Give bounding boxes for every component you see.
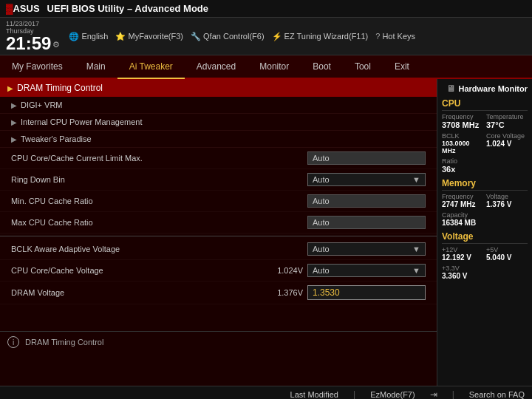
setting-value-dram-voltage[interactable]: 1.3530	[307, 285, 426, 300]
section-dram-timing[interactable]: ▶ DRAM Timing Control	[0, 79, 437, 97]
search-faq-link[interactable]: Search on FAQ	[469, 390, 525, 399]
date-display: 11/23/2017 Thursday	[6, 20, 60, 35]
hw-mem-grid: Frequency 2747 MHz Voltage 1.376 V	[442, 193, 528, 208]
arrow-icon: ▶	[11, 101, 17, 109]
qfan-icon: 🔧	[191, 32, 201, 41]
tab-ai-tweaker[interactable]: Ai Tweaker	[117, 55, 185, 79]
setting-value-max-cpu-cache[interactable]: Auto	[307, 216, 426, 229]
monitor-icon: 🖥	[446, 83, 455, 94]
tab-my-favorites[interactable]: My Favorites	[0, 55, 75, 78]
info-circle-icon[interactable]: i	[7, 336, 19, 348]
hw-ratio: Ratio 36x	[442, 157, 528, 174]
hw-core-voltage-label: Core Voltage 1.024 V	[486, 132, 528, 154]
hw-v5: +5V 5.040 V	[486, 246, 528, 262]
time-display: 21:59	[6, 35, 51, 52]
language-link[interactable]: 🌐 English	[69, 32, 108, 41]
bottom-bar: Last Modified | EzMode(F7) ⇥ | Search on…	[0, 386, 532, 399]
setting-cpu-current-limit: CPU Core/Cache Current Limit Max. Auto	[0, 148, 437, 169]
dropdown-arrow-icon: ▼	[412, 175, 420, 184]
hardware-monitor-panel: 🖥 Hardware Monitor CPU Frequency 3708 MH…	[437, 79, 532, 386]
settings-icon[interactable]: ⚙	[52, 40, 60, 50]
header-bar: ▓ASUS UEFI BIOS Utility – Advanced Mode	[0, 0, 532, 18]
section-tweakers-paradise[interactable]: ▶ Tweaker's Paradise	[0, 131, 437, 148]
hw-memory-section: Memory	[442, 178, 528, 191]
asus-logo: ▓ASUS	[6, 3, 40, 14]
setting-value-ring-down-bin[interactable]: Auto ▼	[307, 173, 426, 186]
arrow-icon: ▶	[7, 84, 13, 92]
hw-monitor-title: 🖥 Hardware Monitor	[442, 83, 528, 94]
ez-mode-arrow-icon: ⇥	[430, 389, 437, 400]
setting-ring-down-bin: Ring Down Bin Auto ▼	[0, 169, 437, 191]
tab-boot[interactable]: Boot	[301, 55, 343, 78]
ez-tuning-icon: ⚡	[272, 32, 282, 41]
setting-cpu-voltage: CPU Core/Cache Voltage 1.024V Auto ▼	[0, 260, 437, 282]
hot-keys-link[interactable]: ? Hot Keys	[375, 32, 415, 41]
setting-value-min-cpu-cache[interactable]: Auto	[307, 194, 426, 208]
left-panel: ▶ DRAM Timing Control ▶ DIGI+ VRM ▶ Inte…	[0, 79, 437, 386]
qfan-link[interactable]: 🔧 Qfan Control(F6)	[191, 32, 265, 41]
section-internal-cpu-power[interactable]: ▶ Internal CPU Power Management	[0, 114, 437, 131]
tab-main[interactable]: Main	[75, 55, 117, 78]
setting-value-cpu-current-limit[interactable]: Auto	[307, 151, 426, 165]
info-links-bar: 🌐 English ⭐ MyFavorite(F3) 🔧 Qfan Contro…	[69, 32, 526, 41]
favorites-icon: ⭐	[115, 32, 126, 41]
hw-mem-capacity: Capacity 16384 MB	[442, 211, 528, 227]
hw-cpu-grid: Frequency 3708 MHz Temperature 37°C	[442, 113, 528, 129]
nav-tabs: My Favorites Main Ai Tweaker Advanced Mo…	[0, 55, 532, 79]
footer-hint-row: i DRAM Timing Control	[0, 331, 437, 352]
hw-cpu-section: CPU	[442, 98, 528, 111]
divider	[0, 236, 437, 236]
arrow-icon: ▶	[11, 135, 17, 143]
hw-v33: +3.3V 3.360 V	[442, 265, 528, 280]
setting-value-cpu-voltage[interactable]: Auto ▼	[307, 264, 426, 277]
hw-voltage-section: Voltage	[442, 231, 528, 244]
section-digi-vrm[interactable]: ▶ DIGI+ VRM	[0, 97, 437, 114]
tab-advanced[interactable]: Advanced	[185, 55, 248, 78]
setting-max-cpu-cache: Max CPU Cache Ratio Auto	[0, 212, 437, 233]
hw-v12: +12V 12.192 V	[442, 246, 483, 262]
hw-mem-voltage: Voltage 1.376 V	[486, 193, 528, 208]
hot-keys-icon: ?	[375, 32, 380, 41]
setting-value-bclk-adaptive[interactable]: Auto ▼	[307, 242, 426, 256]
separator-2: |	[452, 389, 454, 400]
footer-hint-label: DRAM Timing Control	[25, 338, 103, 347]
ez-mode-link[interactable]: EzMode(F7)	[370, 390, 415, 399]
language-icon: 🌐	[69, 32, 79, 41]
setting-bclk-adaptive-voltage: BCLK Aware Adaptive Voltage Auto ▼	[0, 239, 437, 260]
separator-1: |	[353, 389, 355, 400]
setting-dram-voltage: DRAM Voltage 1.376V 1.3530	[0, 282, 437, 304]
tab-exit[interactable]: Exit	[383, 55, 421, 78]
hw-cpu-temp-label: Temperature 37°C	[486, 113, 528, 129]
tab-tool[interactable]: Tool	[343, 55, 383, 78]
hw-cpu-freq-label: Frequency 3708 MHz	[442, 113, 483, 129]
dropdown-arrow-icon: ▼	[412, 266, 420, 275]
datetime-display: 11/23/2017 Thursday 21:59 ⚙	[6, 20, 60, 52]
info-bar: 11/23/2017 Thursday 21:59 ⚙ 🌐 English ⭐ …	[0, 18, 532, 55]
ez-tuning-link[interactable]: ⚡ EZ Tuning Wizard(F11)	[272, 32, 369, 41]
bios-title: UEFI BIOS Utility – Advanced Mode	[47, 3, 208, 14]
hw-mem-freq: Frequency 2747 MHz	[442, 193, 483, 208]
hw-voltage-grid: +12V 12.192 V +5V 5.040 V	[442, 246, 528, 262]
dropdown-arrow-icon: ▼	[412, 245, 420, 253]
hw-cpu-bclk-grid: BCLK 103.0000 MHz Core Voltage 1.024 V	[442, 132, 528, 154]
hw-bclk-label: BCLK 103.0000 MHz	[442, 132, 483, 154]
arrow-icon: ▶	[11, 118, 17, 126]
main-area: ▶ DRAM Timing Control ▶ DIGI+ VRM ▶ Inte…	[0, 79, 532, 386]
setting-min-cpu-cache: Min. CPU Cache Ratio Auto	[0, 191, 437, 212]
tab-monitor[interactable]: Monitor	[248, 55, 301, 78]
favorites-link[interactable]: ⭐ MyFavorite(F3)	[115, 32, 183, 41]
last-modified-link[interactable]: Last Modified	[290, 390, 338, 399]
